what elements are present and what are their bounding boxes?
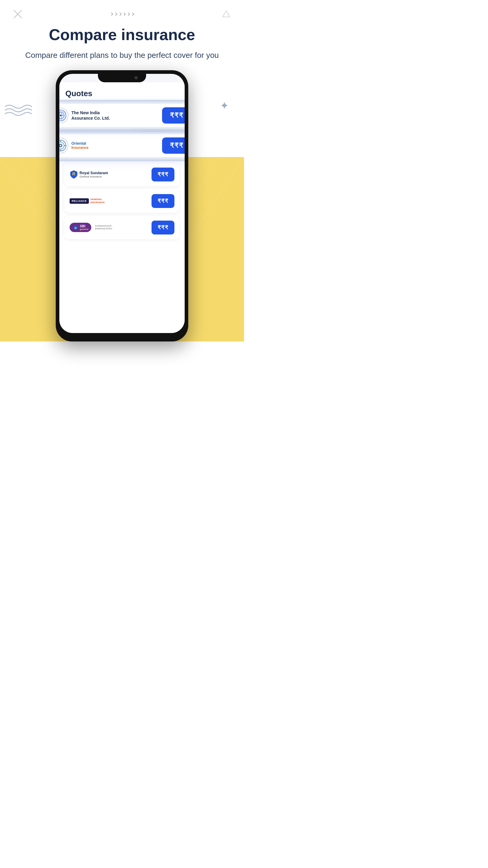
royal-sundaram-name: Royal Sundaram — [79, 171, 108, 175]
oriental-name-2: Insurance — [71, 146, 89, 150]
screen-content: Quotes — [59, 82, 185, 333]
quote-card-new-india: The New IndiaAssurance Co. Ltd. ₹₹₹ — [59, 102, 185, 129]
reliance-general-text-wrap: GENERALINSURANCE — [90, 198, 105, 204]
new-india-name: The New IndiaAssurance Co. Ltd. — [71, 110, 110, 121]
new-india-logo-svg — [59, 110, 67, 121]
glass-bottom-1 — [59, 127, 185, 131]
triangle-icon[interactable] — [221, 8, 232, 20]
quote-card-sbi: @ SBI general SURAKSHA AUR BHAROSA DONO … — [64, 216, 180, 239]
quote-card-oriental: Oriental Insurance ₹₹₹ — [59, 132, 185, 159]
notch-camera — [135, 76, 138, 79]
svg-marker-0 — [223, 11, 230, 17]
hero-title: Compare insurance — [18, 26, 226, 44]
glass-bottom-2 — [59, 157, 185, 161]
royal-shield-icon: R — [70, 170, 78, 179]
royal-sundaram-sub: General Insurance — [79, 175, 108, 178]
notch — [98, 74, 146, 82]
oriental-logo-circle — [59, 138, 68, 153]
phone-section: Quotes — [0, 70, 244, 341]
quote-card-reliance: RELIANCE GENERALINSURANCE ₹₹₹ — [64, 189, 180, 213]
sbi-text-wrap: SBI general — [80, 224, 88, 230]
close-icon[interactable] — [12, 8, 24, 20]
dots-row — [110, 13, 134, 16]
top-bar — [0, 0, 244, 23]
reliance-logo-inner: RELIANCE GENERALINSURANCE — [70, 198, 105, 204]
sbi-circle-icon: @ — [73, 224, 78, 230]
elevated-cards-container: The New IndiaAssurance Co. Ltd. ₹₹₹ — [64, 102, 180, 159]
hero-subtitle: Compare different plans to buy the perfe… — [18, 50, 226, 61]
sbi-logo-pill: @ SBI general — [70, 223, 91, 232]
quote-card-royal-sundaram: R Royal Sundaram General Insurance ₹₹₹ — [64, 163, 180, 186]
royal-logo-inner: R Royal Sundaram General Insurance — [70, 170, 108, 179]
sbi-label: SBI — [80, 224, 88, 228]
oriental-logo-svg — [59, 140, 67, 152]
card-logo-new-india: The New IndiaAssurance Co. Ltd. — [59, 107, 110, 123]
royal-price-btn[interactable]: ₹₹₹ — [152, 167, 174, 181]
oriental-price-btn[interactable]: ₹₹₹ — [162, 137, 185, 154]
sbi-logo: @ SBI general SURAKSHA AUR BHAROSA DONO — [70, 223, 113, 232]
reliance-price-btn[interactable]: ₹₹₹ — [152, 194, 174, 208]
new-india-logo-circle — [59, 107, 68, 123]
hero-section: Compare insurance Compare different plan… — [0, 23, 244, 67]
glass-top-1 — [59, 100, 185, 104]
screen-cards: R Royal Sundaram General Insurance ₹₹₹ — [64, 163, 180, 247]
card-logo-oriental: Oriental Insurance — [59, 138, 89, 153]
oriental-name-wrap: Oriental Insurance — [71, 141, 89, 150]
svg-text:@: @ — [74, 226, 77, 229]
svg-point-24 — [60, 145, 61, 146]
sbi-tagline: SURAKSHA AUR BHAROSA DONO — [95, 225, 113, 230]
svg-point-20 — [60, 115, 61, 116]
sbi-price-btn[interactable]: ₹₹₹ — [152, 221, 174, 235]
reliance-general-label: GENERALINSURANCE — [90, 198, 105, 204]
royal-text-wrap: Royal Sundaram General Insurance — [79, 171, 108, 178]
oriental-name-1: Oriental — [71, 141, 89, 146]
reliance-logo: RELIANCE GENERALINSURANCE — [70, 198, 105, 204]
reliance-badge: RELIANCE — [70, 198, 89, 204]
royal-logo: R Royal Sundaram General Insurance — [70, 170, 108, 179]
svg-text:R: R — [72, 172, 75, 176]
sbi-general-label: general — [80, 228, 88, 230]
phone-frame: Quotes — [56, 70, 188, 341]
new-india-price-btn[interactable]: ₹₹₹ — [162, 107, 185, 124]
phone-screen: Quotes — [59, 74, 185, 333]
